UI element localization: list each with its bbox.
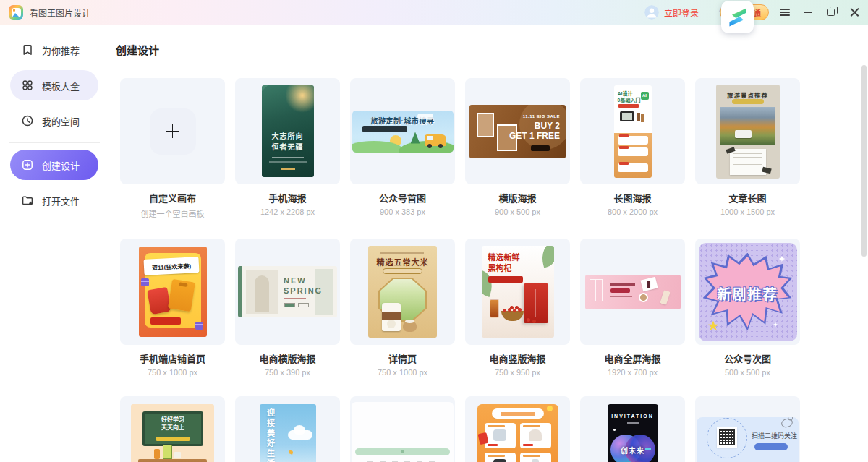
template-thumbnail: 旅游定制·城市搜寻 [350, 78, 455, 184]
berry-bowl [501, 311, 524, 321]
floating-app-icon[interactable] [721, 1, 754, 33]
product-card [520, 423, 551, 448]
product-card [485, 423, 516, 448]
card-title: 电商全屏海报 [580, 351, 685, 365]
template-thumbnail [350, 396, 455, 462]
maximize-icon[interactable] [825, 6, 838, 19]
minimize-icon[interactable] [801, 6, 814, 19]
cloud [288, 430, 312, 440]
product-card [485, 453, 516, 462]
login-link[interactable]: 立即登录 [664, 7, 699, 19]
card-size: 900 x 500 px [465, 208, 570, 216]
card-title: 电商横版海报 [235, 351, 340, 365]
snack-bag [147, 287, 171, 315]
sidebar-item-label: 我的空间 [42, 114, 80, 128]
photo [477, 113, 494, 137]
rice-sack [403, 321, 417, 332]
bookmark-icon [21, 43, 34, 56]
template-card-detail-page[interactable]: 精选五常大米 详情页 750 x 1000 px [350, 239, 455, 377]
template-card-custom-canvas[interactable]: 自定义画布 创建一个空白画板 [120, 78, 225, 219]
template-thumbnail: 好好学习 天天向上 10 20 30 [120, 396, 225, 462]
bus [735, 130, 752, 138]
card-size: 1000 x 1500 px [695, 208, 800, 216]
template-thumbnail: 新剧推荐 [695, 239, 800, 345]
card-size: 500 x 500 px [695, 368, 800, 377]
card-size: 750 x 1000 px [350, 368, 455, 377]
card-size: 750 x 950 px [465, 368, 570, 377]
template-card[interactable]: 好好学习 天天向上 10 20 30 [120, 396, 225, 462]
app-title: 看图王图片设计 [30, 7, 90, 19]
card-title: 电商竖版海报 [465, 351, 570, 365]
sidebar-item-create-design[interactable]: 创建设计 [10, 150, 98, 180]
sidebar-item-label: 模板大全 [42, 79, 80, 93]
ai-badge: AI [641, 92, 649, 100]
window-controls [778, 0, 861, 25]
template-card[interactable]: 迎接美好生活 [235, 396, 340, 462]
template-thumbnail [120, 78, 225, 184]
card-size: 1920 x 700 px [580, 368, 685, 377]
card-size: 750 x 390 px [235, 368, 340, 377]
rice-bag [382, 303, 401, 331]
template-card[interactable] [350, 396, 455, 462]
cosmetics-envelope [640, 276, 658, 291]
sidebar-item-label: 创建设计 [42, 158, 80, 172]
sidebar-item-recommended[interactable]: 为你推荐 [10, 35, 98, 65]
template-card[interactable]: INVITATION 创未来 [580, 396, 685, 462]
template-card-horizontal-poster[interactable]: 11.11 BIG SALE BUY 2 GET 1 FREE 横版海报 900… [465, 78, 570, 219]
menu-icon[interactable] [778, 6, 791, 19]
desk [138, 459, 207, 462]
template-card-phone-poster[interactable]: 大志所向 恒者无疆 手机海报 1242 x 2208 px [235, 78, 340, 219]
cosmetics-compact [639, 293, 648, 302]
sidebar-divider [9, 142, 100, 143]
cosmetics-tube [660, 290, 670, 305]
template-card-article-long[interactable]: 旅游景点推荐 文章长图 1000 x 1500 px [695, 78, 800, 219]
template-card-ecommerce-fullscreen[interactable]: 电商全屏海报 1920 x 700 px [580, 239, 685, 377]
chalkboard: 好好学习 天天向上 [142, 411, 203, 446]
avatar-icon[interactable] [644, 5, 659, 20]
sidebar-item-my-space[interactable]: 我的空间 [10, 106, 98, 136]
sidebar-item-label: 为你推荐 [42, 43, 80, 57]
product-card [520, 453, 551, 462]
card-title: 长图海报 [580, 191, 685, 205]
sidebar: 为你推荐 模板大全 我的空间 创建设计 打开文件 [0, 25, 109, 462]
leaf [538, 246, 554, 268]
green-bar [355, 448, 450, 455]
model-photo [246, 270, 278, 314]
template-card-ecommerce-vertical[interactable]: 精选新鲜 黑枸杞 电商竖版海报 750 x 950 px [465, 239, 570, 377]
template-thumbnail: NEW SPRING [235, 239, 340, 345]
template-card-wechat-header[interactable]: 旅游定制·城市搜寻 公众号首图 900 x 383 px [350, 78, 455, 219]
gift-box [141, 278, 149, 286]
close-icon[interactable] [848, 6, 861, 19]
sidebar-item-templates[interactable]: 模板大全 [10, 70, 98, 100]
card-size: 1242 x 2208 px [235, 208, 340, 216]
gift-box [195, 322, 203, 330]
template-card-ecommerce-horizontal[interactable]: NEW SPRING 电商横版海报 750 x 390 px [235, 239, 340, 377]
card-size: 800 x 2000 px [580, 208, 685, 216]
product-box [524, 283, 548, 323]
template-card-wechat-secondary[interactable]: 新剧推荐 公众号次图 500 x 500 px [695, 239, 800, 377]
scrollbar[interactable] [861, 65, 867, 257]
van [425, 134, 446, 146]
card-size: 900 x 383 px [350, 208, 455, 216]
template-thumbnail: 旅游景点推荐 [695, 78, 800, 184]
template-thumbnail [465, 396, 570, 462]
grid-icon [21, 79, 34, 92]
template-thumbnail: INVITATION 创未来 [580, 396, 685, 462]
card-title: 公众号次图 [695, 351, 800, 365]
tree [411, 132, 420, 144]
red-envelope [477, 432, 488, 445]
app-logo-icon [9, 5, 23, 20]
template-card-long-poster[interactable]: AI设计 0基础入门 AI 长图海报 800 x 2000 px [580, 78, 685, 219]
template-thumbnail: 扫描二维码关注 [695, 396, 800, 462]
qr-code [717, 427, 737, 448]
card-title: 横版海报 [465, 191, 570, 205]
landscape-photo [720, 107, 775, 145]
card-title: 文章长图 [695, 191, 800, 205]
folder-plus-icon [21, 194, 34, 207]
card-subtitle: 创建一个空白画板 [120, 208, 225, 219]
sidebar-item-open-file[interactable]: 打开文件 [10, 185, 98, 215]
template-card[interactable]: 扫描二维码关注 [695, 396, 800, 462]
template-thumbnail: 精选新鲜 黑枸杞 [465, 239, 570, 345]
template-card[interactable] [465, 396, 570, 462]
template-card-shop-homepage[interactable]: 双11(狂欢来袭) 手机端店铺首页 750 x 1000 px [120, 239, 225, 377]
